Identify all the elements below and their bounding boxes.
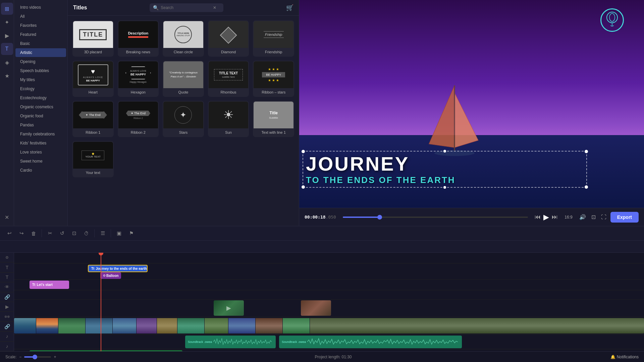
track-link-icon[interactable]: 🔗	[0, 292, 14, 302]
fit-icon[interactable]: ⊡	[591, 214, 596, 220]
cat-pandas[interactable]: Pandas	[15, 121, 66, 129]
effects-icon-btn[interactable]: ★	[1, 70, 13, 82]
title-card-hexagon[interactable]: ALWAYS LOVE BE HAPPY Happy Hexagon Hexag…	[118, 61, 159, 97]
fullscreen-icon[interactable]: ⛶	[601, 214, 606, 220]
redo-button[interactable]: ↪	[16, 228, 27, 239]
video-seg-6[interactable]	[137, 318, 157, 334]
rotate-button[interactable]: ↺	[57, 228, 67, 239]
track-vid-icon[interactable]: ▶	[0, 302, 14, 312]
export-button[interactable]: Export	[610, 212, 639, 223]
title-card-3d-placard[interactable]: TITLE 3D placard	[72, 20, 114, 57]
cat-love-stories[interactable]: Love stories	[15, 148, 66, 157]
cat-all[interactable]: All	[15, 12, 66, 21]
track-text-icon-2[interactable]: T	[0, 273, 14, 282]
video-seg-last[interactable]	[310, 318, 644, 334]
title-card-clean-circle[interactable]: TITLE HEREAMAZING STUFF Clean circle	[163, 20, 204, 57]
titles-search-box[interactable]: 🔍 ✕	[150, 3, 223, 12]
undo-button[interactable]: ↩	[4, 228, 15, 239]
video-seg-8[interactable]	[177, 318, 204, 334]
cat-favorites[interactable]: Favorites	[15, 21, 66, 30]
list-button[interactable]: ☰	[97, 228, 108, 239]
video-seg-11[interactable]	[256, 318, 282, 334]
title-card-ribbon1[interactable]: ✦ The End Ribbon 1	[72, 101, 114, 137]
clip-audio-2[interactable]: Soundtrack .owea	[279, 336, 462, 348]
cat-sweet-home[interactable]: Sweet home	[15, 157, 66, 166]
cat-ecotechnology[interactable]: Ecotechnology	[15, 94, 66, 102]
clip-audio-3[interactable]: Soundtrack .imo	[30, 350, 182, 351]
title-card-breaking-news[interactable]: Description Breaking news	[118, 20, 159, 57]
cat-kids-festivities[interactable]: Kids' festivities	[15, 139, 66, 147]
title-card-stars[interactable]: ✦ Stars	[163, 101, 204, 137]
cat-organic-cosmetics[interactable]: Organic cosmetics	[15, 103, 66, 111]
monitor-button[interactable]: ▣	[114, 228, 124, 239]
crop-button[interactable]: ⊡	[69, 228, 79, 239]
video-seg-9[interactable]	[205, 318, 228, 334]
magic-icon-btn[interactable]: ✦	[1, 16, 13, 28]
search-input[interactable]	[161, 5, 211, 10]
track-stab-icon[interactable]: ⊕⊕	[0, 312, 14, 321]
video-seg-3[interactable]	[58, 318, 85, 334]
cat-my-titles[interactable]: My titles	[15, 75, 66, 84]
title-card-ribbon2[interactable]: ✦ The End Ribbon 2 Ribbon 2	[118, 101, 159, 137]
clip-lets-start[interactable]: Tt Let's start	[30, 281, 69, 289]
track-link-icon-2[interactable]: 🔗	[0, 322, 14, 331]
track-settings-icon[interactable]: ⚙	[0, 253, 14, 262]
video-seg-2[interactable]	[36, 318, 58, 334]
title-card-heart[interactable]: ♥ ALWAYS LOVE BE HAPPY Heart	[72, 61, 114, 97]
skip-forward-button[interactable]: ⏭	[552, 214, 558, 221]
clip-video-overlay-1[interactable]: ▶	[214, 300, 244, 316]
clip-video-overlay-3[interactable]	[301, 300, 331, 316]
svg-point-5	[609, 13, 615, 21]
text-icon-btn[interactable]: T	[1, 43, 13, 55]
cat-speech-bubbles[interactable]: Speech bubbles	[15, 66, 66, 75]
title-card-friendship[interactable]: Friendship Friendship	[253, 20, 294, 57]
media-icon-btn[interactable]: ▶	[1, 29, 13, 42]
progress-bar[interactable]	[343, 217, 528, 218]
video-seg-7[interactable]	[157, 318, 177, 334]
cat-artistic[interactable]: Artistic	[15, 48, 66, 57]
scale-slider[interactable]	[24, 356, 51, 358]
video-seg-1[interactable]	[14, 318, 36, 334]
cat-organic-food[interactable]: Organic food	[15, 112, 66, 120]
notifications-btn[interactable]: 🔔 Notifications	[610, 355, 639, 359]
skip-back-button[interactable]: ⏮	[535, 214, 541, 221]
title-card-ribbon-stars[interactable]: ★ ★ ★ BE HAPPY ★ ★ ★ Ribbon – stars	[253, 61, 294, 97]
title-card-diamond[interactable]: Diamond	[208, 20, 249, 57]
video-seg-4[interactable]	[86, 318, 112, 334]
title-card-your-text[interactable]: ⭐ YOUR TEXT Your text	[72, 141, 114, 177]
flag-button[interactable]: ⚑	[126, 228, 137, 239]
title-card-rhombus[interactable]: TITLE TEXT subtitle here Rhombus	[208, 61, 249, 97]
cat-family-celebrations[interactable]: Family celebrations	[15, 130, 66, 138]
cut-button[interactable]: ✂	[45, 228, 55, 239]
track-music-icon-2[interactable]: ♪	[0, 342, 14, 351]
cat-ecology[interactable]: Ecology	[15, 84, 66, 93]
cat-cardio[interactable]: Cardio	[15, 166, 66, 175]
cart-icon[interactable]: 🛒	[286, 4, 293, 11]
track-text-icon[interactable]: T	[0, 262, 14, 272]
title-card-quote[interactable]: "Creativity is contagiousPass it on" – E…	[163, 61, 204, 97]
delete-button[interactable]: 🗑	[28, 228, 39, 239]
track-vis-icon[interactable]: 👁	[0, 282, 14, 292]
close-icon-btn[interactable]: ✕	[1, 211, 13, 223]
video-seg-12[interactable]	[283, 318, 310, 334]
video-seg-5[interactable]	[113, 318, 136, 334]
cat-opening[interactable]: Opening	[15, 57, 66, 66]
transition-icon-btn[interactable]: ◈	[1, 56, 13, 68]
track-music-icon[interactable]: ♪	[0, 331, 14, 341]
video-seg-10[interactable]	[228, 318, 255, 334]
clip-audio-1[interactable]: Soundtrack .owea	[185, 336, 276, 348]
cat-featured[interactable]: Featured	[15, 30, 66, 39]
cat-intro-videos[interactable]: Intro videos	[15, 3, 66, 12]
scale-plus-icon[interactable]: +	[54, 355, 56, 359]
clear-search-icon[interactable]: ✕	[213, 5, 216, 10]
clip-journey[interactable]: Tt Journey to the ends of the earth	[88, 265, 148, 272]
volume-icon[interactable]: 🔊	[579, 214, 586, 220]
play-button[interactable]: ▶	[543, 213, 549, 222]
title-card-sun[interactable]: ☀ Sun	[208, 101, 249, 137]
timer-button[interactable]: ⏱	[81, 228, 92, 239]
grid-icon-btn[interactable]: ⊞	[1, 3, 13, 15]
scale-minus-icon[interactable]: −	[19, 355, 21, 359]
cat-basic[interactable]: Basic	[15, 39, 66, 48]
clip-balloon[interactable]: ⊙ Balloon	[100, 272, 121, 279]
title-card-text-line[interactable]: Title Subtitle Text with line 1	[253, 101, 294, 137]
